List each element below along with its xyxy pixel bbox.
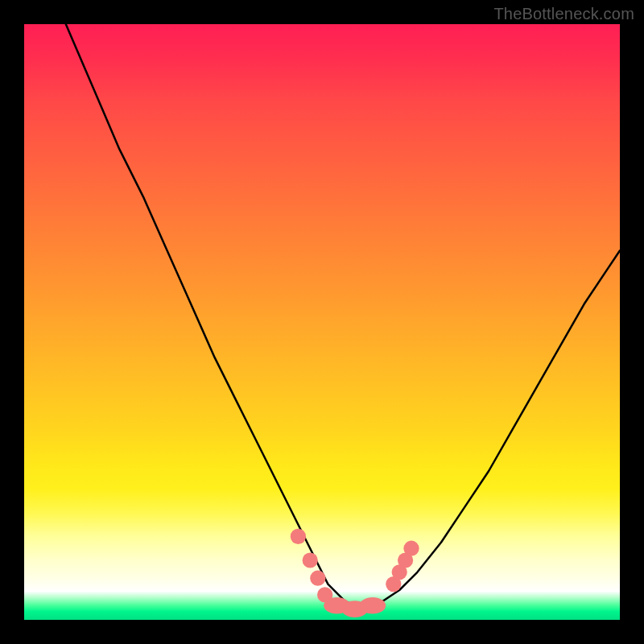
data-marker xyxy=(360,597,386,614)
data-marker xyxy=(303,552,318,568)
data-marker xyxy=(403,541,419,556)
outer-frame: TheBottleneck.com xyxy=(0,0,644,644)
bottleneck-curve xyxy=(66,24,620,608)
marker-group xyxy=(291,529,419,617)
data-marker xyxy=(291,529,306,544)
plot-area xyxy=(24,24,620,620)
chart-svg xyxy=(24,24,620,620)
watermark-text: TheBottleneck.com xyxy=(493,5,634,23)
data-marker xyxy=(310,571,325,586)
